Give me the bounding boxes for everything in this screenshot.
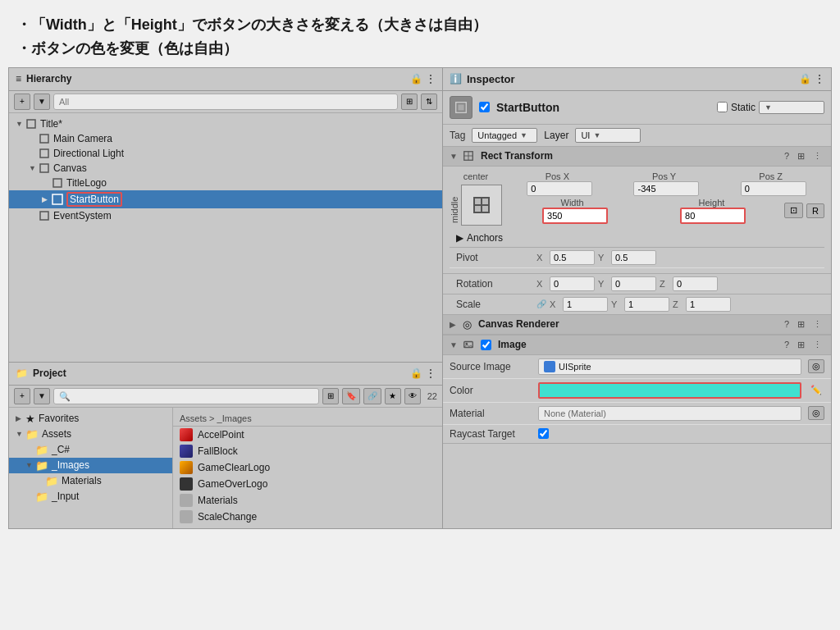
tag-dropdown[interactable]: Untagged ▼	[472, 128, 537, 143]
project-assets-item[interactable]: ▼ 📁 Assets	[9, 427, 172, 442]
color-pick-button[interactable]: ✏️	[808, 384, 824, 396]
hierarchy-content: ▼ Title* Main Camera Directional Light	[9, 113, 442, 362]
rect-transform-help-button[interactable]: ?	[782, 150, 792, 162]
rt-fields: Pos X Pos Y Pos Z	[509, 171, 824, 224]
project-header: 📁 Project 🔒 ⋮	[9, 363, 442, 386]
canvas-renderer-header[interactable]: ▶ ◎ Canvas Renderer ? ⊞ ⋮	[443, 315, 831, 335]
scale-z-input[interactable]	[686, 297, 731, 312]
project-asset-scalechange[interactable]: ScaleChange	[173, 509, 442, 525]
hierarchy-item-titlelogo[interactable]: TitleLogo	[9, 176, 442, 190]
image-more-button[interactable]: ⋮	[810, 339, 824, 351]
rt-pos-x-input[interactable]	[527, 181, 592, 196]
color-label: Color	[450, 385, 532, 396]
scale-y-input[interactable]	[624, 297, 669, 312]
rot-y-input[interactable]	[611, 276, 656, 291]
project-search-input[interactable]	[53, 388, 319, 404]
object-active-checkbox[interactable]	[479, 102, 490, 112]
rect-transform-settings-button[interactable]: ⊞	[795, 150, 807, 162]
project-asset-gameclearlogo[interactable]: GameClearLogo	[173, 459, 442, 476]
rot-z-input[interactable]	[673, 276, 718, 291]
pivot-y-input[interactable]	[611, 250, 656, 265]
pivot-x-input[interactable]	[550, 250, 595, 265]
project-favorites-label: Favorites	[39, 413, 79, 424]
rt-constrain-button[interactable]: ⊡	[784, 203, 803, 218]
project-asset-gameoverlogo[interactable]: GameOverLogo	[173, 476, 442, 492]
image-settings-button[interactable]: ⊞	[795, 339, 807, 351]
hierarchy-item-eventsystem[interactable]: EventSystem	[9, 208, 442, 223]
project-star-button[interactable]: ★	[385, 388, 401, 404]
rect-transform-component-icon	[463, 150, 474, 162]
hierarchy-filter-button[interactable]: ⊞	[401, 94, 418, 110]
project-add-arrow[interactable]: ▼	[34, 388, 50, 404]
scale-x-label: X	[550, 299, 559, 309]
project-favorites-item[interactable]: ▶ ★ Favorites	[9, 411, 172, 427]
hierarchy-search-input[interactable]	[53, 94, 398, 110]
instruction-line1: ・「Width」と「Height」でボタンの大きさを変える（大きさは自由）	[16, 13, 824, 37]
project-bottom: ▶ ★ Favorites ▼ 📁 Assets 📁 _C#	[9, 408, 442, 528]
image-enabled-checkbox[interactable]	[481, 340, 491, 350]
project-filter2-button[interactable]: 🔖	[342, 388, 360, 404]
hierarchy-item-directional-light[interactable]: Directional Light	[9, 146, 442, 161]
static-checkbox-area: Static ▼	[717, 101, 824, 114]
canvas-renderer-settings-button[interactable]: ⊞	[795, 318, 807, 331]
project-asset-fallblock[interactable]: FallBlock	[173, 443, 442, 459]
project-filter3-button[interactable]: 🔗	[363, 388, 381, 404]
source-image-row: Source Image UISprite ◎	[443, 355, 831, 379]
hierarchy-add-button[interactable]: +	[14, 94, 30, 110]
rt-height-group: Height	[646, 198, 779, 224]
asset-label-materials: Materials	[198, 495, 238, 506]
svg-rect-2	[40, 149, 48, 158]
source-image-icon	[544, 361, 555, 372]
project-images-item[interactable]: ▼ 📁 _Images	[9, 458, 172, 473]
project-asset-materials[interactable]: Materials	[173, 492, 442, 509]
rt-pos-y-input[interactable]	[633, 181, 699, 196]
image-help-button[interactable]: ?	[782, 339, 792, 351]
rt-height-input[interactable]	[680, 208, 746, 224]
rect-transform-more-button[interactable]: ⋮	[810, 150, 824, 162]
inspector-header-icons: 🔒 ⋮	[799, 73, 824, 84]
hierarchy-item-title[interactable]: ▼ Title*	[9, 116, 442, 131]
static-checkbox[interactable]	[717, 102, 728, 112]
rt-pos-z-input[interactable]	[741, 181, 806, 196]
hierarchy-startbutton-label: StartButton	[66, 192, 122, 207]
project-folder-tree: ▶ ★ Favorites ▼ 📁 Assets 📁 _C#	[9, 408, 173, 528]
rt-r-button[interactable]: R	[806, 203, 824, 218]
project-add-button[interactable]: +	[14, 388, 30, 404]
material-pick-button[interactable]: ◎	[808, 406, 824, 420]
project-csharp-item[interactable]: 📁 _C#	[9, 442, 172, 458]
rotation-fields: X Y Z	[536, 276, 718, 291]
rt-anchor-widget[interactable]	[461, 185, 502, 226]
layer-dropdown[interactable]: UI ▼	[575, 128, 641, 143]
static-dropdown[interactable]: ▼	[759, 101, 824, 114]
project-input-item[interactable]: 📁 _Input	[9, 489, 172, 504]
hierarchy-sort-button[interactable]: ⇅	[421, 94, 437, 110]
project-asset-accelpoint[interactable]: AccelPoint	[173, 427, 442, 443]
hierarchy-item-startbutton[interactable]: ▶ StartButton	[9, 190, 442, 208]
project-filter1-button[interactable]: ⊞	[322, 388, 339, 404]
anchors-section: ▶ Anchors	[450, 229, 824, 248]
anchors-header[interactable]: ▶ Anchors	[456, 232, 818, 244]
hamburger-icon: ≡	[16, 73, 21, 84]
project-materials-item[interactable]: 📁 Materials	[9, 473, 172, 489]
image-section-header: ▼ Image ? ⊞ ⋮	[443, 336, 831, 355]
raycast-row: Raycast Target	[443, 425, 831, 443]
svg-rect-3	[40, 164, 48, 172]
raycast-checkbox[interactable]	[538, 428, 549, 439]
asset-thumb-fall	[180, 445, 193, 458]
hierarchy-add-arrow[interactable]: ▼	[34, 94, 50, 110]
scale-x-input[interactable]	[563, 297, 608, 312]
color-field[interactable]	[538, 382, 801, 399]
source-image-pick-button[interactable]: ◎	[808, 359, 824, 373]
rt-pos-y-label: Pos Y	[652, 171, 681, 181]
hierarchy-item-main-camera[interactable]: Main Camera	[9, 131, 442, 146]
hierarchy-item-canvas[interactable]: ▼ Canvas	[9, 161, 442, 176]
rt-width-input[interactable]	[542, 208, 608, 224]
canvas-renderer-help-button[interactable]: ?	[782, 318, 792, 331]
canvas-renderer-more-button[interactable]: ⋮	[810, 318, 824, 331]
rot-x-input[interactable]	[550, 276, 595, 291]
project-eye-button[interactable]: 👁	[404, 388, 421, 404]
rect-transform-header[interactable]: ▼ Rect Transform ? ⊞ ⋮	[443, 147, 831, 167]
asset-label-accel: AccelPoint	[198, 429, 244, 441]
inspector-name-row: StartButton Static ▼	[443, 91, 831, 125]
image-component-icon	[463, 339, 474, 350]
